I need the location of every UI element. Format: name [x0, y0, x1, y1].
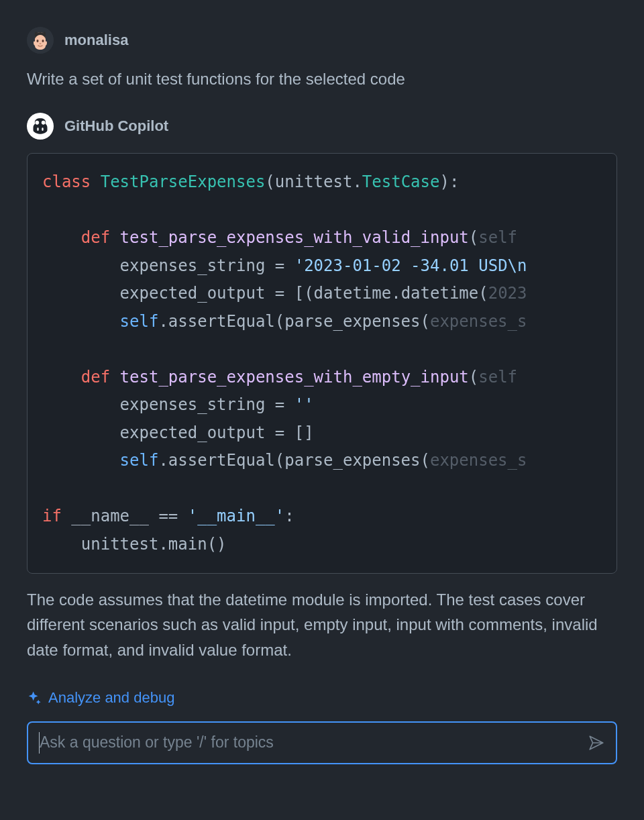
svg-point-3 [40, 43, 42, 44]
chat-input[interactable] [40, 733, 578, 752]
user-avatar [27, 27, 54, 54]
assistant-explanation: The code assumes that the datetime modul… [27, 587, 617, 662]
assistant-name: GitHub Copilot [64, 117, 168, 135]
code-block: class TestParseExpenses(unittest.TestCas… [27, 153, 617, 574]
svg-point-1 [37, 40, 39, 42]
assistant-message: GitHub Copilot class TestParseExpenses(u… [27, 113, 617, 662]
svg-point-2 [42, 40, 44, 42]
send-icon[interactable] [588, 734, 605, 752]
copilot-icon [31, 117, 50, 136]
sparkle-icon [27, 690, 42, 705]
user-message: monalisa Write a set of unit test functi… [27, 27, 617, 91]
chat-input-container[interactable] [27, 721, 617, 764]
analyze-debug-action[interactable]: Analyze and debug [27, 689, 617, 707]
user-header: monalisa [27, 27, 617, 54]
copilot-avatar [27, 113, 54, 140]
user-name: monalisa [64, 32, 128, 49]
mona-avatar-icon [27, 27, 54, 54]
assistant-header: GitHub Copilot [27, 113, 617, 140]
action-label: Analyze and debug [48, 689, 174, 707]
user-prompt-text: Write a set of unit test functions for t… [27, 67, 617, 91]
